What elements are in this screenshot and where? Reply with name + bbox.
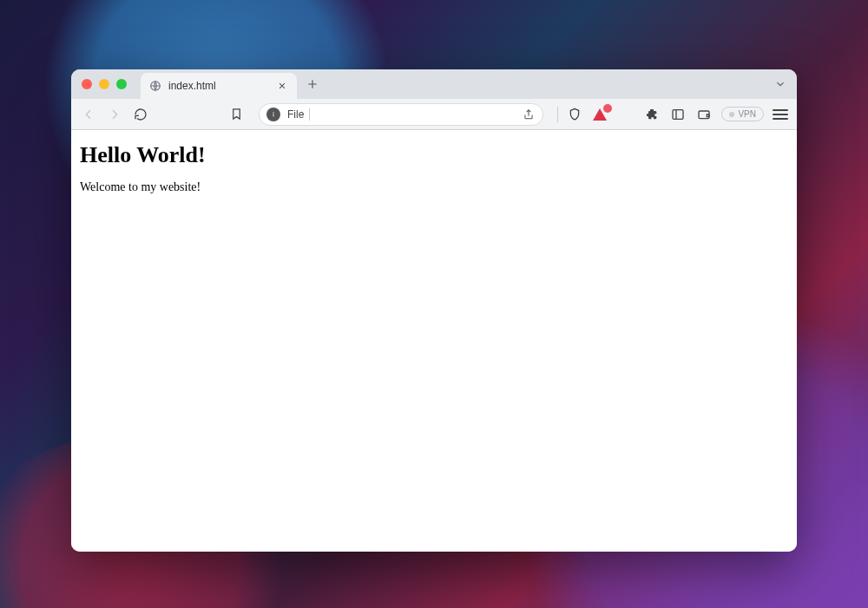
site-info-icon[interactable] — [266, 108, 280, 121]
share-icon[interactable] — [522, 108, 536, 121]
browser-tab[interactable]: index.html — [141, 73, 297, 99]
page-content: Hello World! Welcome to my website! — [71, 130, 797, 552]
bookmark-button[interactable] — [227, 106, 245, 123]
close-window-button[interactable] — [82, 79, 92, 89]
notification-badge — [603, 104, 612, 113]
vpn-label: VPN — [738, 109, 756, 119]
tab-overflow-button[interactable] — [771, 78, 790, 90]
brave-shields-icon[interactable] — [567, 107, 582, 122]
address-bar[interactable]: File — [259, 103, 543, 126]
forward-button[interactable] — [106, 106, 123, 123]
browser-window: index.html Fi — [71, 69, 797, 552]
minimize-window-button[interactable] — [99, 79, 109, 89]
back-button[interactable] — [80, 106, 97, 123]
tab-title: index.html — [168, 80, 269, 92]
extensions-icon[interactable] — [643, 106, 661, 123]
maximize-window-button[interactable] — [116, 79, 127, 89]
toolbar: File VPN — [71, 99, 797, 130]
globe-icon — [149, 80, 161, 92]
close-tab-icon[interactable] — [276, 80, 288, 92]
menu-button[interactable] — [773, 109, 788, 120]
svg-rect-3 — [673, 109, 683, 119]
vpn-button[interactable]: VPN — [721, 107, 764, 121]
toolbar-divider — [557, 107, 558, 122]
reload-button[interactable] — [132, 106, 149, 123]
page-paragraph: Welcome to my website! — [80, 180, 788, 194]
wallet-icon[interactable] — [695, 106, 713, 123]
url-path — [319, 111, 515, 118]
svg-point-1 — [273, 112, 273, 113]
tab-bar: index.html — [71, 69, 797, 99]
brave-rewards-icon[interactable] — [591, 106, 608, 123]
sidebar-icon[interactable] — [669, 106, 687, 123]
page-heading: Hello World! — [80, 142, 788, 168]
new-tab-button[interactable] — [302, 74, 323, 95]
svg-rect-2 — [273, 114, 274, 116]
window-controls — [82, 79, 127, 89]
vpn-status-dot — [729, 112, 734, 117]
url-scheme-label: File — [287, 108, 310, 121]
